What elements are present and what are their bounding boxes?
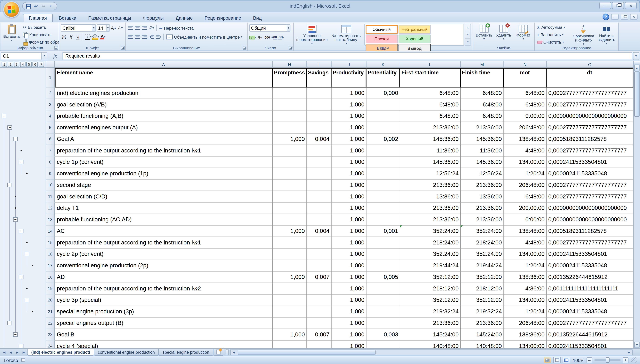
cell-H24[interactable] (273, 340, 307, 348)
cell-O13[interactable]: 0,00000000000000000000000 (547, 214, 633, 226)
cell-H21[interactable] (273, 306, 307, 318)
cell-M19[interactable]: 218:12:00 (461, 283, 504, 294)
cell-A4[interactable]: probable functioning (A,B) (55, 110, 273, 122)
cell-M12[interactable]: 213:36:00 (461, 202, 504, 214)
cell-I6[interactable]: 0,004 (307, 134, 332, 145)
cell-K18[interactable]: 0,005 (366, 272, 400, 283)
cell-K24[interactable] (366, 340, 400, 348)
zoom-slider[interactable] (594, 359, 621, 360)
cell-M24[interactable]: 140:48:00 (461, 340, 504, 348)
cell-A23[interactable]: Goal B (55, 329, 273, 340)
bold-button[interactable]: Ж (61, 34, 67, 40)
cell-J2[interactable]: 1,000 (332, 88, 367, 99)
align-bottom-button[interactable] (141, 24, 148, 32)
sheet-tab[interactable]: special engine production (158, 349, 214, 356)
cell-M21[interactable]: 219:32:24 (461, 306, 504, 318)
cell-K22[interactable] (366, 318, 400, 329)
cell-J21[interactable]: 1,000 (332, 306, 367, 318)
font-name-combo[interactable]: Calibri▾ (61, 24, 96, 32)
column-header-M[interactable]: M (461, 61, 504, 67)
cell-J10[interactable]: 1,000 (332, 180, 367, 191)
cell-L21[interactable]: 219:32:24 (400, 306, 461, 318)
cell-A11[interactable]: goal selection (C/D) (55, 191, 273, 202)
header-cell-A[interactable]: Element name (55, 68, 273, 87)
cell-I20[interactable] (307, 294, 332, 306)
header-cell-K[interactable]: Potentiality (366, 68, 400, 87)
cell-H23[interactable]: 1,000 (273, 329, 307, 340)
outline-collapse-button[interactable] (25, 252, 29, 256)
cell-H6[interactable]: 1,000 (273, 134, 307, 145)
scroll-up-button[interactable]: ▲ (634, 65, 640, 71)
row-header-9[interactable]: 9 (46, 168, 55, 180)
cell-K8[interactable] (366, 156, 400, 168)
number-format-combo[interactable]: Общий▾ (249, 24, 290, 32)
cell-J8[interactable]: 1,000 (332, 156, 367, 168)
cell-L17[interactable]: 219:44:24 (400, 260, 461, 272)
cell-M5[interactable]: 213:36:00 (461, 122, 504, 134)
cell-I19[interactable] (307, 283, 332, 294)
cell-A20[interactable]: cycle 3p (special) (55, 294, 273, 306)
cell-J22[interactable]: 1,000 (332, 318, 367, 329)
row-header-21[interactable]: 21 (46, 306, 55, 318)
close-button[interactable]: × (625, 2, 637, 9)
outline-collapse-button[interactable] (8, 183, 12, 187)
name-box[interactable]: G1▾ (1, 52, 47, 60)
row-header-16[interactable]: 16 (46, 248, 55, 260)
cell-L22[interactable]: 213:36:00 (400, 318, 461, 329)
cell-L6[interactable]: 145:36:00 (400, 134, 461, 145)
row-header-2[interactable]: 2 (46, 88, 55, 99)
cell-L14[interactable]: 352:24:00 (400, 226, 461, 237)
office-button[interactable] (3, 1, 20, 18)
format-as-table-button[interactable]: Форматировать как таблицу ▾ (330, 24, 363, 46)
borders-button[interactable]: ▾ (85, 34, 91, 40)
cell-H11[interactable] (273, 191, 307, 202)
cell-N20[interactable]: 134:00:00 (504, 294, 547, 306)
cell-O6[interactable]: 0,00051893111282578 (547, 134, 633, 145)
column-header-H[interactable]: H (273, 61, 307, 67)
format-cells-button[interactable]: Формат ▾ (514, 24, 533, 46)
outline-collapse-button[interactable] (19, 275, 24, 279)
cell-H12[interactable] (273, 202, 307, 214)
percent-style-button[interactable]: % (257, 34, 263, 41)
header-cell-N[interactable]: mot (504, 68, 547, 87)
undo-button[interactable]: ↩ (33, 3, 39, 10)
cell-style-chip[interactable]: Хороший (398, 34, 431, 43)
cell-O17[interactable]: 0,00000241153335048 (547, 260, 633, 272)
cell-N7[interactable]: 4:48:00 (504, 145, 547, 156)
cell-M9[interactable]: 12:56:24 (461, 168, 504, 180)
cell-N17[interactable]: 1:20:24 (504, 260, 547, 272)
italic-button[interactable]: К (68, 34, 74, 40)
cell-O10[interactable]: 0,00027777777777777777777 (547, 180, 633, 191)
autosum-button[interactable]: ΣАвтосумма▾ (536, 24, 571, 31)
fill-color-button[interactable]: ▾ (92, 34, 99, 40)
cell-N16[interactable]: 134:00:00 (504, 248, 547, 260)
cell-H9[interactable] (273, 168, 307, 180)
cell-O11[interactable]: 0,00027777777777777777777 (547, 191, 633, 202)
cell-I11[interactable] (307, 191, 332, 202)
save-button[interactable] (26, 3, 32, 10)
vertical-scroll-track[interactable] (634, 116, 640, 341)
cell-A12[interactable]: delay T1 (55, 202, 273, 214)
cell-K23[interactable]: 0,003 (366, 329, 400, 340)
cell-M3[interactable]: 6:48:00 (461, 99, 504, 110)
merge-center-button[interactable]: ↔Объединить и поместить в центре▾ (165, 34, 243, 40)
cell-K19[interactable] (366, 283, 400, 294)
row-header-3[interactable]: 3 (46, 99, 55, 110)
workbook-close-button[interactable]: × (630, 14, 637, 20)
cell-N14[interactable]: 138:48:00 (504, 226, 547, 237)
cell-N24[interactable]: 134:00:00 (504, 340, 547, 348)
font-color-button[interactable]: А▾ (100, 34, 106, 40)
cell-I22[interactable] (307, 318, 332, 329)
vertical-scroll-thumb[interactable] (634, 72, 640, 116)
row-header-11[interactable]: 11 (46, 191, 55, 202)
underline-button[interactable]: Ч (75, 34, 81, 40)
cell-H7[interactable] (273, 145, 307, 156)
zoom-in-button[interactable]: + (623, 357, 628, 363)
cell-J5[interactable]: 1,000 (332, 122, 367, 134)
cell-N23[interactable]: 138:36:00 (504, 329, 547, 340)
cell-N22[interactable]: 206:48:00 (504, 318, 547, 329)
cell-I23[interactable]: 0,007 (307, 329, 332, 340)
cell-A13[interactable]: probable functioning (AC,AD) (55, 214, 273, 226)
row-header-17[interactable]: 17 (46, 260, 55, 272)
horizontal-scroll-thumb[interactable] (238, 350, 375, 355)
